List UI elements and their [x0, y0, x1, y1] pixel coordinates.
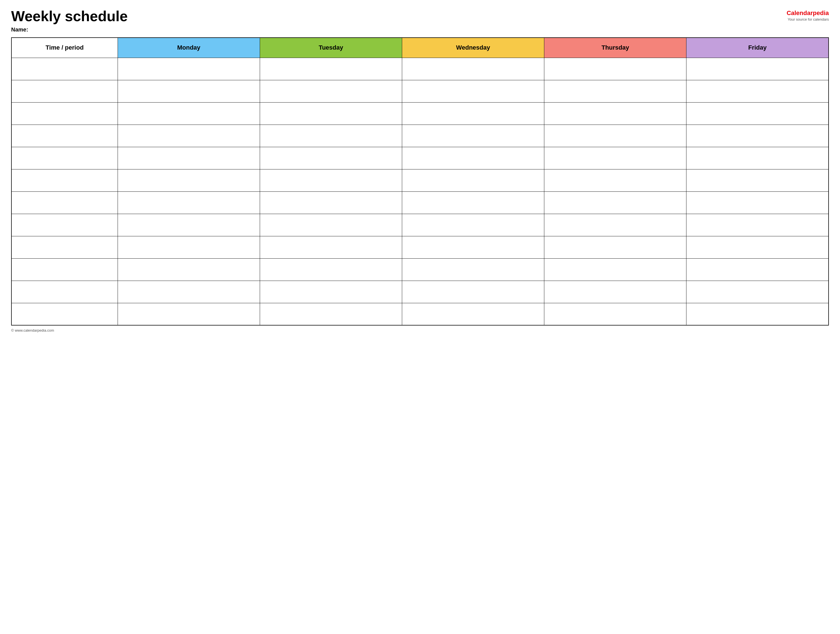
schedule-cell[interactable] [544, 236, 687, 258]
schedule-cell[interactable] [118, 80, 260, 102]
schedule-cell[interactable] [118, 281, 260, 303]
schedule-cell[interactable] [544, 191, 687, 214]
title-area: Weekly schedule Name: [11, 8, 128, 33]
schedule-cell[interactable] [260, 191, 402, 214]
schedule-cell[interactable] [260, 214, 402, 236]
schedule-cell[interactable] [544, 102, 687, 125]
schedule-cell[interactable] [402, 281, 544, 303]
schedule-cell[interactable] [402, 191, 544, 214]
schedule-cell[interactable] [402, 102, 544, 125]
schedule-cell[interactable] [118, 191, 260, 214]
schedule-table: Time / period Monday Tuesday Wednesday T… [11, 37, 829, 325]
schedule-cell[interactable] [118, 102, 260, 125]
schedule-cell[interactable] [544, 214, 687, 236]
time-cell[interactable] [11, 147, 118, 169]
table-row [11, 102, 829, 125]
schedule-cell[interactable] [260, 58, 402, 80]
schedule-cell[interactable] [544, 303, 687, 325]
schedule-cell[interactable] [260, 169, 402, 191]
schedule-cell[interactable] [260, 281, 402, 303]
time-cell[interactable] [11, 191, 118, 214]
table-row [11, 303, 829, 325]
schedule-cell[interactable] [687, 236, 829, 258]
schedule-cell[interactable] [260, 80, 402, 102]
schedule-cell[interactable] [544, 281, 687, 303]
schedule-cell[interactable] [118, 258, 260, 281]
schedule-cell[interactable] [260, 147, 402, 169]
schedule-cell[interactable] [402, 58, 544, 80]
schedule-cell[interactable] [544, 258, 687, 281]
schedule-cell[interactable] [687, 80, 829, 102]
schedule-cell[interactable] [118, 147, 260, 169]
schedule-cell[interactable] [402, 125, 544, 147]
time-cell[interactable] [11, 281, 118, 303]
schedule-cell[interactable] [544, 125, 687, 147]
schedule-cell[interactable] [118, 125, 260, 147]
schedule-cell[interactable] [118, 303, 260, 325]
schedule-cell[interactable] [260, 303, 402, 325]
schedule-cell[interactable] [402, 303, 544, 325]
table-row [11, 58, 829, 80]
time-cell[interactable] [11, 80, 118, 102]
table-row [11, 258, 829, 281]
header-section: Weekly schedule Name: Calendarpedia Your… [11, 8, 829, 33]
time-cell[interactable] [11, 169, 118, 191]
logo-text: Calendarpedia [786, 9, 829, 17]
schedule-cell[interactable] [687, 147, 829, 169]
schedule-cell[interactable] [687, 102, 829, 125]
logo-area: Calendarpedia Your source for calendars [786, 9, 829, 22]
table-row [11, 191, 829, 214]
page-title: Weekly schedule [11, 8, 128, 24]
logo-subtitle: Your source for calendars [788, 17, 829, 22]
schedule-cell[interactable] [402, 169, 544, 191]
schedule-cell[interactable] [118, 236, 260, 258]
col-header-thursday: Thursday [544, 38, 687, 58]
schedule-cell[interactable] [260, 125, 402, 147]
schedule-cell[interactable] [687, 125, 829, 147]
schedule-cell[interactable] [687, 303, 829, 325]
schedule-cell[interactable] [402, 214, 544, 236]
table-row [11, 236, 829, 258]
table-body [11, 58, 829, 325]
schedule-cell[interactable] [260, 236, 402, 258]
time-cell[interactable] [11, 214, 118, 236]
schedule-cell[interactable] [402, 236, 544, 258]
schedule-cell[interactable] [544, 169, 687, 191]
footer: © www.calendarpedia.com [11, 328, 829, 333]
schedule-cell[interactable] [687, 281, 829, 303]
schedule-cell[interactable] [260, 258, 402, 281]
name-label: Name: [11, 27, 128, 33]
col-header-time-period: Time / period [11, 38, 118, 58]
schedule-cell[interactable] [544, 58, 687, 80]
schedule-cell[interactable] [118, 169, 260, 191]
schedule-cell[interactable] [544, 80, 687, 102]
schedule-cell[interactable] [687, 191, 829, 214]
schedule-cell[interactable] [687, 169, 829, 191]
time-cell[interactable] [11, 303, 118, 325]
time-cell[interactable] [11, 102, 118, 125]
time-cell[interactable] [11, 236, 118, 258]
schedule-cell[interactable] [118, 214, 260, 236]
schedule-cell[interactable] [687, 214, 829, 236]
time-cell[interactable] [11, 258, 118, 281]
header-row: Time / period Monday Tuesday Wednesday T… [11, 38, 829, 58]
copyright-text: © www.calendarpedia.com [11, 328, 54, 333]
schedule-cell[interactable] [402, 147, 544, 169]
logo-pedia: pedia [813, 9, 829, 16]
schedule-cell[interactable] [260, 102, 402, 125]
schedule-cell[interactable] [402, 258, 544, 281]
table-row [11, 214, 829, 236]
table-row [11, 125, 829, 147]
schedule-cell[interactable] [544, 147, 687, 169]
schedule-cell[interactable] [687, 258, 829, 281]
schedule-cell[interactable] [687, 58, 829, 80]
time-cell[interactable] [11, 58, 118, 80]
schedule-cell[interactable] [118, 58, 260, 80]
schedule-cell[interactable] [402, 80, 544, 102]
table-row [11, 80, 829, 102]
time-cell[interactable] [11, 125, 118, 147]
col-header-wednesday: Wednesday [402, 38, 544, 58]
table-row [11, 281, 829, 303]
logo-calendar: Calendar [786, 9, 813, 16]
col-header-monday: Monday [118, 38, 260, 58]
